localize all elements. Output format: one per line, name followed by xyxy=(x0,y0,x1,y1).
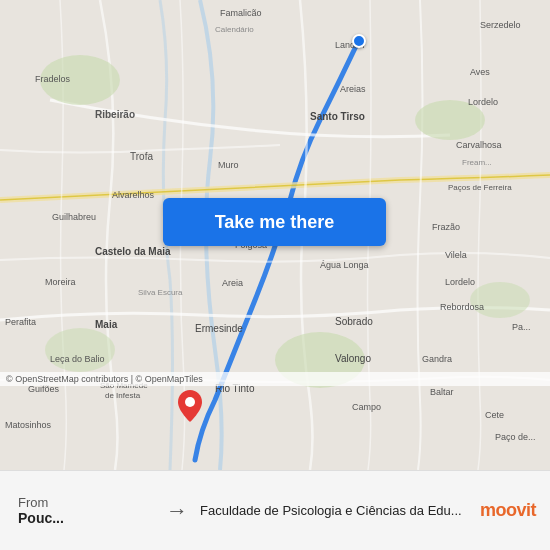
svg-text:de Infesta: de Infesta xyxy=(105,391,141,400)
from-value: Pouc... xyxy=(18,510,158,526)
svg-text:Baltar: Baltar xyxy=(430,387,454,397)
footer-from: From Pouc... xyxy=(10,495,158,526)
svg-text:Areias: Areias xyxy=(340,84,366,94)
svg-text:Fream...: Fream... xyxy=(462,158,492,167)
moovit-logo-text: moovit xyxy=(480,500,536,521)
take-me-there-button[interactable]: Take me there xyxy=(163,198,386,246)
svg-text:Serzedelo: Serzedelo xyxy=(480,20,521,30)
svg-text:Gandra: Gandra xyxy=(422,354,452,364)
svg-text:Matosinhos: Matosinhos xyxy=(5,420,52,430)
svg-text:Perafita: Perafita xyxy=(5,317,36,327)
svg-text:Cete: Cete xyxy=(485,410,504,420)
origin-marker xyxy=(352,34,366,48)
svg-text:Calendário: Calendário xyxy=(215,25,254,34)
svg-text:Santo Tirso: Santo Tirso xyxy=(310,111,365,122)
svg-text:Carvalhosa: Carvalhosa xyxy=(456,140,502,150)
svg-text:Moreira: Moreira xyxy=(45,277,76,287)
svg-text:Valongo: Valongo xyxy=(335,353,371,364)
svg-text:Sobrado: Sobrado xyxy=(335,316,373,327)
moovit-logo: moovit xyxy=(480,500,540,521)
svg-text:Guilhabreu: Guilhabreu xyxy=(52,212,96,222)
svg-text:Paços de Ferreira: Paços de Ferreira xyxy=(448,183,512,192)
svg-text:Frazão: Frazão xyxy=(432,222,460,232)
from-label: From xyxy=(18,495,158,510)
svg-text:Leça do Balio: Leça do Balio xyxy=(50,354,105,364)
svg-text:Lordelo: Lordelo xyxy=(468,97,498,107)
map-attribution: © OpenStreetMap contributors | © OpenMap… xyxy=(0,372,550,386)
svg-text:Ribeirão: Ribeirão xyxy=(95,109,135,120)
svg-text:Famalicão: Famalicão xyxy=(220,8,262,18)
svg-text:Campo: Campo xyxy=(352,402,381,412)
to-value: Faculdade de Psicologia e Ciências da Ed… xyxy=(200,503,470,518)
route-arrow: → xyxy=(158,498,196,524)
svg-text:Alvarelhos: Alvarelhos xyxy=(112,190,155,200)
svg-text:Fradelos: Fradelos xyxy=(35,74,71,84)
svg-text:Pa...: Pa... xyxy=(512,322,531,332)
svg-text:Vilela: Vilela xyxy=(445,250,467,260)
svg-text:Muro: Muro xyxy=(218,160,239,170)
destination-marker xyxy=(178,390,202,422)
svg-point-50 xyxy=(185,397,195,407)
svg-text:Aves: Aves xyxy=(470,67,490,77)
svg-point-5 xyxy=(470,282,530,318)
svg-text:Castelo da Maia: Castelo da Maia xyxy=(95,246,171,257)
svg-text:Maia: Maia xyxy=(95,319,118,330)
svg-text:Paço de...: Paço de... xyxy=(495,432,536,442)
svg-text:Lordelo: Lordelo xyxy=(445,277,475,287)
map-container: Serzedelo Landim Aves Famalicão Calendár… xyxy=(0,0,550,470)
svg-text:Rebordosa: Rebordosa xyxy=(440,302,484,312)
svg-text:Água Longa: Água Longa xyxy=(320,260,369,270)
footer-bar: From Pouc... → Faculdade de Psicologia e… xyxy=(0,470,550,550)
svg-text:Areia: Areia xyxy=(222,278,243,288)
footer-to: Faculdade de Psicologia e Ciências da Ed… xyxy=(196,503,480,518)
svg-text:Silva Escura: Silva Escura xyxy=(138,288,183,297)
svg-text:Trofa: Trofa xyxy=(130,151,153,162)
svg-text:Ermesinde: Ermesinde xyxy=(195,323,243,334)
svg-point-4 xyxy=(45,328,115,372)
